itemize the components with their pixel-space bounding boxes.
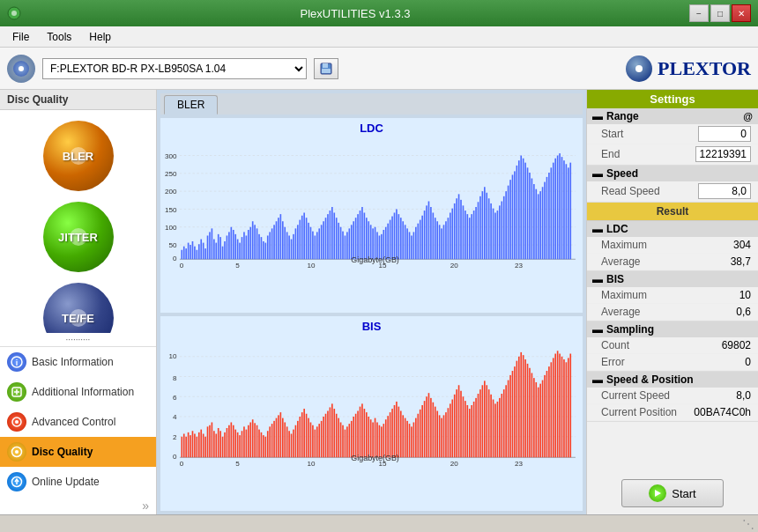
svg-rect-257 — [239, 435, 241, 457]
svg-rect-157 — [441, 228, 442, 259]
svg-rect-396 — [538, 388, 539, 458]
svg-rect-87 — [291, 240, 293, 260]
svg-rect-364 — [469, 409, 471, 457]
disc-quality-label: Disc Quality — [32, 446, 93, 458]
sampling-error-value: 0 — [745, 356, 751, 368]
svg-text:300: 300 — [165, 152, 177, 160]
svg-rect-47 — [204, 248, 206, 259]
svg-rect-50 — [212, 228, 213, 259]
bler-disc-icon: BLER — [43, 121, 114, 191]
sampling-result-header[interactable]: ▬ Sampling — [587, 321, 758, 337]
svg-rect-189 — [509, 180, 511, 259]
sampling-count-value: 69802 — [722, 339, 751, 351]
svg-rect-381 — [505, 385, 507, 457]
svg-rect-252 — [228, 425, 230, 458]
bis-max-value: 10 — [739, 289, 751, 301]
sampling-count-label: Count — [601, 339, 629, 351]
sidebar-item-additional[interactable]: Additional Information — [0, 377, 156, 407]
svg-rect-343 — [424, 401, 426, 457]
svg-rect-143 — [411, 235, 412, 259]
svg-rect-286 — [301, 412, 303, 457]
current-position-value: 00BA74C0h — [694, 406, 751, 418]
svg-rect-239 — [200, 430, 202, 458]
svg-rect-93 — [303, 212, 305, 259]
speedpos-result-header[interactable]: ▬ Speed & Position — [587, 372, 758, 388]
menu-file[interactable]: File — [4, 29, 38, 45]
sampling-result-section: ▬ Sampling Count 69802 Error 0 — [587, 321, 758, 372]
tab-bler[interactable]: BLER — [164, 95, 218, 115]
range-at-sign: @ — [743, 111, 753, 122]
svg-rect-409 — [566, 362, 568, 457]
svg-rect-96 — [310, 227, 312, 260]
bler-disc-button[interactable]: BLER — [17, 117, 140, 195]
menu-help[interactable]: Help — [80, 29, 120, 45]
ldc-avg-label: Average — [601, 255, 640, 268]
svg-rect-406 — [559, 354, 561, 458]
sidebar-item-disc[interactable]: Disc Quality — [0, 437, 156, 467]
close-button[interactable]: ✕ — [732, 4, 751, 22]
svg-rect-115 — [351, 225, 353, 259]
svg-rect-45 — [200, 240, 202, 260]
bis-result-header[interactable]: ▬ BIS — [587, 271, 758, 287]
jitter-label: JITTER — [58, 231, 98, 244]
tab-bar: BLER — [160, 93, 583, 115]
svg-rect-330 — [396, 402, 398, 457]
speed-section-header[interactable]: ▬ Speed — [587, 166, 758, 181]
svg-rect-153 — [433, 212, 435, 259]
range-end-value[interactable]: 12219391 — [695, 146, 751, 162]
svg-rect-209 — [553, 163, 554, 260]
svg-rect-78 — [271, 228, 273, 259]
svg-rect-267 — [261, 432, 263, 457]
svg-rect-111 — [342, 232, 344, 260]
ldc-max-row: Maximum 304 — [587, 237, 758, 254]
disc-quality-icon — [7, 442, 26, 462]
sidebar-item-advanced[interactable]: Advanced Control — [0, 407, 156, 437]
title-bar-left — [7, 6, 21, 20]
range-section-header[interactable]: ▬ Range @ — [587, 108, 758, 124]
ldc-result-header[interactable]: ▬ LDC — [587, 221, 758, 237]
sidebar-item-basic[interactable]: i Basic Information — [0, 347, 156, 377]
svg-rect-331 — [398, 407, 400, 458]
svg-rect-213 — [561, 157, 563, 259]
svg-rect-304 — [340, 422, 342, 457]
svg-rect-354 — [448, 408, 450, 457]
save-button[interactable] — [314, 58, 338, 79]
ldc-x-axis-label: Gigabyte(GB) — [351, 255, 399, 264]
svg-rect-403 — [553, 358, 554, 457]
svg-rect-360 — [460, 391, 462, 458]
svg-rect-186 — [503, 196, 505, 259]
resize-grip[interactable]: ⋱ — [742, 517, 754, 531]
svg-rect-265 — [256, 425, 258, 458]
svg-rect-55 — [222, 247, 224, 260]
menu-tools[interactable]: Tools — [38, 29, 80, 45]
tefe-disc-button[interactable]: TE/FE — [17, 279, 140, 333]
svg-rect-122 — [366, 218, 368, 259]
svg-rect-116 — [353, 221, 354, 259]
sidebar-item-online[interactable]: Online Update — [0, 467, 156, 497]
svg-rect-90 — [297, 225, 299, 259]
bis-max-label: Maximum — [601, 289, 647, 301]
svg-rect-168 — [464, 211, 466, 259]
minimize-button[interactable]: − — [689, 4, 709, 22]
svg-rect-270 — [267, 431, 269, 457]
svg-rect-170 — [469, 218, 471, 259]
svg-rect-251 — [227, 428, 228, 457]
start-button[interactable]: Start — [621, 479, 723, 507]
svg-rect-254 — [233, 425, 234, 458]
range-start-value[interactable]: 0 — [698, 126, 751, 142]
svg-rect-150 — [426, 205, 427, 259]
read-speed-value[interactable]: 8,0 — [698, 183, 751, 199]
svg-text:23: 23 — [515, 460, 524, 468]
svg-rect-358 — [456, 389, 457, 457]
ldc-collapse-icon: ▬ — [592, 223, 603, 235]
maximize-button[interactable]: □ — [710, 4, 730, 22]
drive-select[interactable]: F:PLEXTOR BD-R PX-LB950SA 1.04 — [42, 58, 307, 79]
range-start-label: Start — [601, 128, 623, 140]
sidebar: Disc Quality BLER JITTER TE/FE — [0, 90, 157, 514]
jitter-disc-button[interactable]: JITTER — [17, 198, 140, 276]
svg-rect-49 — [209, 232, 211, 259]
svg-rect-97 — [312, 232, 314, 260]
svg-rect-282 — [293, 430, 294, 458]
speedpos-collapse-icon: ▬ — [592, 373, 603, 386]
svg-rect-285 — [299, 417, 301, 457]
